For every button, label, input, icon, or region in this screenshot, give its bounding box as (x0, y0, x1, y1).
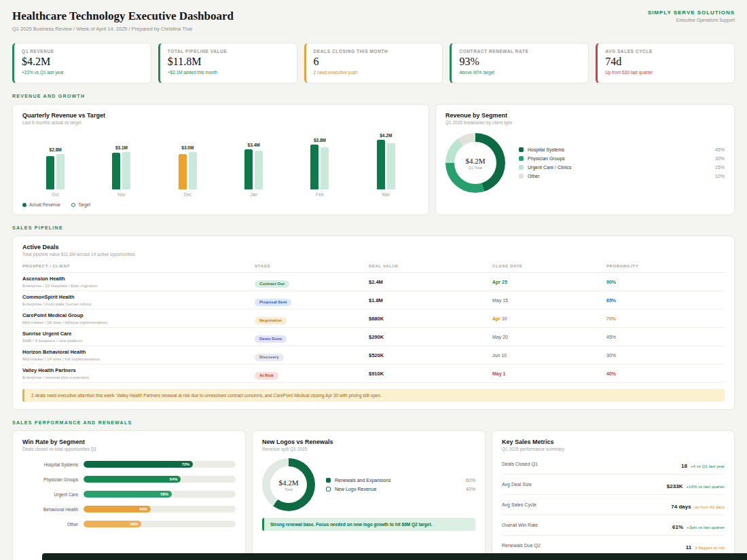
metric-note: +14% vs last quarter (686, 484, 725, 489)
deal-probability-cell: 90% (606, 280, 725, 284)
metrics-list: Deals Closed Q118+4 vs Q1 last yearAvg D… (502, 454, 725, 560)
win-rate-track: 72% (84, 461, 236, 468)
kpi-value: $11.8M (168, 56, 289, 68)
bar-value-label: $3.1M (115, 145, 128, 150)
brand-block: SIMPLY SERVE SOLUTIONS Executive Operati… (648, 10, 735, 22)
card-title: Key Sales Metrics (502, 438, 725, 445)
new-logos-card: New Logos vs Renewals Revenue split Q1 2… (252, 430, 486, 560)
deal-name: Valley Health Partners (22, 367, 255, 373)
split-legend: Renewals and Expansions60%New Logo Reven… (326, 478, 475, 491)
bar-group: $3.8MFeb (310, 138, 329, 197)
metric-value: 11 (686, 544, 691, 550)
quarterly-bar-chart: $2.8MOct$3.1MNov$3.0MDec$3.4MJan$3.8MFeb… (22, 130, 419, 197)
win-rate-card: Win Rate by Segment Deals closed vs tota… (12, 430, 246, 560)
win-rate-segment-label: Hospital Systems (22, 462, 78, 467)
win-rate-bar: 58% (84, 491, 172, 498)
dashboard-page: Healthcare Technology Executive Dashboar… (0, 0, 747, 560)
revenue-segment-card: Revenue by Segment Q1 2025 breakdown by … (435, 104, 735, 215)
deal-value-cell: $290K (369, 334, 492, 340)
kpi-note: +$2.1M added this month (168, 70, 289, 75)
deals-table-body: Ascension HealthEnterprise / 22 hospital… (22, 273, 725, 383)
deal-value-cell: $1.8M (369, 297, 492, 303)
deal-row: Ascension HealthEnterprise / 22 hospital… (22, 273, 725, 291)
card-subtitle: Q1 2025 performance summary (502, 447, 725, 451)
card-title: Win Rate by Segment (22, 438, 236, 445)
win-rate-bar: 38% (84, 521, 141, 527)
deal-probability-cell: 70% (606, 316, 725, 321)
win-rate-segment-label: Urgent Care (22, 492, 78, 497)
deal-probability-cell: 40% (606, 371, 725, 376)
metric-value-group: 74 daysup from 62 days (671, 499, 725, 511)
header: Healthcare Technology Executive Dashboar… (12, 10, 735, 32)
segment-legend-item: Urgent Care / Clinics15% (519, 165, 725, 170)
deal-value-cell: $910K (369, 371, 492, 377)
bar-pair (377, 140, 395, 189)
deal-stage-cell: Proposal Sent (255, 294, 369, 306)
actual-revenue-bar (112, 153, 120, 189)
legend-swatch (519, 156, 524, 161)
kpi-note: Up from 62d last quarter (605, 70, 727, 75)
column-header: DEAL VALUE (369, 263, 492, 268)
kpi-value: $4.2M (22, 56, 143, 68)
deal-stage-cell: Discovery (255, 349, 369, 361)
header-titles: Healthcare Technology Executive Dashboar… (12, 10, 234, 32)
win-rate-row: Physician Groups64% (22, 476, 236, 483)
deal-probability-cell: 30% (606, 353, 725, 358)
section-heading-performance: SALES PERFORMANCE AND RENEWALS (12, 420, 735, 425)
donut-center-label: Total (285, 487, 293, 491)
segment-chart-body: $4.2M Q1 Total Hospital Systems45%Physic… (445, 133, 725, 193)
metric-label: Deals Closed Q1 (502, 462, 538, 466)
bar-group: $2.8MOct (46, 147, 65, 197)
deal-row: Valley Health PartnersEnterprise / renew… (22, 365, 725, 383)
section-heading-revenue: REVENUE AND GROWTH (12, 94, 735, 98)
deal-row: CarePoint Medical GroupMid-market / 18 s… (22, 310, 725, 328)
win-rate-segment-label: Physician Groups (22, 477, 78, 482)
kpi-note: +22% vs Q1 last year (22, 70, 143, 75)
card-subtitle: Total pipeline value $11.8M across 14 ac… (22, 252, 725, 257)
metric-row: Avg Sales Cycle74 daysup from 62 days (502, 495, 725, 515)
brand-name: SIMPLY SERVE SOLUTIONS (648, 10, 735, 16)
bar-group: $3.1MNov (112, 145, 130, 197)
metric-value-group: 18+4 vs Q1 last year (681, 458, 725, 470)
legend-percent: 10% (715, 174, 725, 179)
page-subtitle: Q1 2025 Business Review / Week of April … (12, 26, 234, 32)
target-bar (387, 143, 395, 189)
deal-name: Ascension Health (22, 276, 255, 282)
page-title: Healthcare Technology Executive Dashboar… (12, 10, 234, 23)
deal-close-date-cell: May 15 (492, 298, 606, 303)
bar-pair (310, 145, 329, 189)
win-rate-value: 72% (182, 462, 190, 466)
legend-label: Urgent Care / Clinics (528, 165, 715, 170)
kpi-card-4: CONTRACT RENEWAL RATE93%Above 90% target (450, 43, 589, 83)
target-bar (189, 152, 197, 189)
bar-month-label: Feb (316, 192, 323, 197)
deal-name: Sunrise Urgent Care (22, 331, 255, 337)
legend-label: New Logo Revenue (335, 487, 466, 491)
legend-label: Hospital Systems (528, 147, 715, 152)
deal-stage-cell: Negotiation (255, 312, 369, 324)
actual-revenue-bar (310, 145, 318, 189)
metric-value: 18 (681, 463, 687, 469)
deal-name: CarePoint Medical Group (22, 312, 255, 318)
column-header: PROBABILITY (606, 263, 725, 268)
legend-outline-dot (71, 203, 75, 207)
kpi-card-1: Q1 REVENUE$4.2M+22% vs Q1 last year (12, 43, 151, 83)
deal-detail: SMB / 9 locations / new platform (22, 338, 255, 343)
deal-stage-cell: Contract Out (255, 276, 369, 288)
deal-prospect-cell: CommonSpirit HealthEnterprise / multi-st… (22, 294, 255, 306)
donut-center: $4.2M Q1 Total (454, 142, 496, 184)
win-rate-row: Hospital Systems72% (22, 461, 236, 468)
win-rate-value: 58% (160, 492, 168, 496)
metric-label: Renewals Due Q2 (502, 543, 541, 548)
deal-detail: Enterprise / 22 hospitals / Epic migrati… (22, 283, 255, 288)
deal-close-date-cell: May 1 (492, 371, 606, 376)
renewal-note: Strong renewal base. Focus needed on new… (262, 518, 475, 531)
actual-revenue-bar (46, 156, 54, 189)
win-rate-track: 58% (84, 491, 236, 498)
win-rate-segment-label: Other (22, 522, 78, 527)
column-header: PROSPECT / CLIENT (22, 263, 255, 268)
card-subtitle: Last 6 months actual vs target (22, 120, 419, 125)
legend-percent: 40% (466, 487, 475, 491)
card-title: Revenue by Segment (445, 112, 725, 119)
split-legend-item: Renewals and Expansions60% (326, 478, 475, 483)
